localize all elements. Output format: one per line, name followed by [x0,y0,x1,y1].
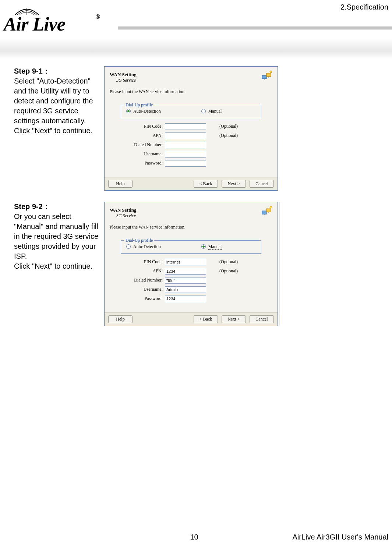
dial-up-profile-fieldset: Dial-Up profile Auto-Detection Manual [121,240,261,254]
dialog-footer: Help < Back Next > Cancel [105,312,278,326]
dialog-scrollbar[interactable] [279,202,280,326]
apn-optional: (Optional) [219,133,238,138]
step-9-2-text: Step 9-2： Or you can select "Manual" and… [14,202,104,271]
header-divider [118,26,392,30]
dialed-number-label: Dialed Number: [121,142,165,148]
manual-label: Manual [208,109,222,114]
back-button[interactable]: < Back [194,315,218,323]
dial-up-profile-fieldset: Dial-Up profile Auto-Detection Manual [121,105,261,118]
password-input[interactable] [165,160,206,167]
apn-label: APN: [121,268,165,274]
cancel-button[interactable]: Cancel [250,180,274,188]
airlive-logo: Air Live ® [4,4,114,38]
dialog-title: WAN Setting [110,72,272,78]
apn-input[interactable] [165,132,206,139]
step-9-1-title: Step 9-1 [14,67,43,75]
auto-detection-label: Auto-Detection [133,244,161,249]
section-header: 2.Specification [340,3,388,11]
registered-mark: ® [96,14,100,20]
manual-label: Manual [208,244,222,250]
manual-radio[interactable] [201,244,206,249]
dialog-subtitle: 3G Service [116,78,272,83]
page-number: 10 [190,533,198,541]
dialog-instruction: Please input the WAN service information… [110,224,272,230]
manual-page: 2.Specification Air Live ® Step 9-1： Sel… [0,0,392,548]
apn-input[interactable]: 1234 [165,268,206,275]
dialog-title: WAN Setting [110,207,272,213]
pin-code-label: PIN Code: [121,259,165,265]
username-label: Username: [121,151,165,157]
next-button[interactable]: Next > [222,180,246,188]
password-input[interactable]: 1234 [165,296,206,302]
auto-detection-radio[interactable] [126,109,131,113]
dialed-number-label: Dialed Number: [121,277,165,283]
svg-point-11 [270,206,272,208]
help-button[interactable]: Help [108,180,133,188]
username-input[interactable]: Admin [165,286,206,293]
step-9-1-text: Step 9-1： Select "Auto-Detection" and th… [14,66,104,136]
step-9-2-body: Or you can select "Manual" and manually … [14,212,98,270]
username-label: Username: [121,287,165,292]
step-9-2-colon: ： [43,202,50,211]
network-wizard-icon [261,206,272,216]
step-9-1-row: Step 9-1： Select "Auto-Detection" and th… [14,66,392,191]
manual-radio[interactable] [201,109,206,113]
dialog-footer: Help < Back Next > Cancel [105,177,278,190]
dialog-instruction: Please input the WAN service information… [110,89,272,95]
pin-code-label: PIN Code: [121,124,165,129]
wan-setting-dialog-1: WAN Setting 3G Service Please input the … [104,66,278,191]
auto-detection-radio-wrap[interactable]: Auto-Detection [126,108,161,114]
svg-rect-7 [262,211,266,214]
pin-code-input[interactable]: internet [165,259,206,265]
dialed-number-input[interactable]: *99# [165,277,206,284]
fieldset-legend: Dial-Up profile [124,102,154,108]
svg-rect-8 [266,209,271,212]
step-9-1-body: Select "Auto-Detection" and the Utility … [14,77,93,135]
step-9-2-title: Step 9-2 [14,202,43,211]
dialed-number-input[interactable] [165,142,206,148]
svg-point-6 [270,71,272,73]
page-footer: 10 AirLive Air3GII User's Manual [0,533,388,541]
svg-rect-1 [262,75,266,79]
next-button[interactable]: Next > [222,315,246,323]
password-label: Password: [121,160,165,166]
wan-setting-dialog-2: WAN Setting 3G Service Please input the … [104,202,278,326]
back-button[interactable]: < Back [194,180,218,188]
step-9-2-row: Step 9-2： Or you can select "Manual" and… [14,202,392,326]
apn-optional: (Optional) [219,268,238,274]
username-input[interactable] [165,151,206,158]
network-wizard-icon [261,70,272,81]
dialog-subtitle: 3G Service [116,213,272,219]
fieldset-legend: Dial-Up profile [124,238,154,243]
manual-title: AirLive Air3GII User's Manual [292,533,388,541]
help-button[interactable]: Help [108,315,133,323]
logo-text: Air Live [4,13,65,35]
pin-code-input[interactable] [165,123,206,130]
svg-rect-3 [266,73,271,77]
step-9-1-colon: ： [43,67,50,75]
pin-optional: (Optional) [219,259,238,265]
auto-detection-label: Auto-Detection [133,109,161,114]
cancel-button[interactable]: Cancel [250,315,274,323]
auto-detection-radio[interactable] [126,244,131,249]
password-label: Password: [121,296,165,301]
manual-radio-wrap[interactable]: Manual [201,108,222,114]
pin-optional: (Optional) [219,124,238,129]
manual-radio-wrap[interactable]: Manual [201,244,222,250]
header-gradient [0,39,392,59]
apn-label: APN: [121,133,165,138]
auto-detection-radio-wrap[interactable]: Auto-Detection [126,244,161,250]
